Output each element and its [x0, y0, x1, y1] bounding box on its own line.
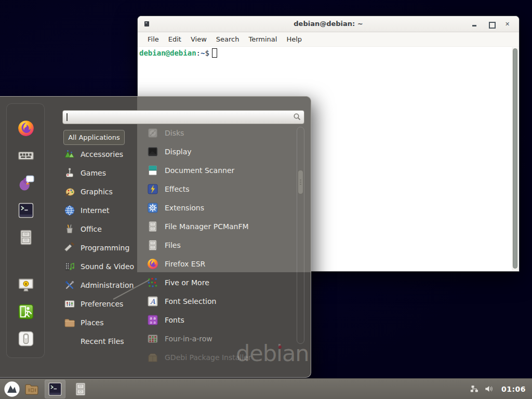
category-internet[interactable]: Internet	[63, 201, 141, 220]
document-scanner-icon	[147, 164, 159, 177]
taskbar: 01:06	[0, 378, 532, 399]
category-preferences[interactable]: Preferences	[63, 295, 141, 313]
terminal-titlebar[interactable]: debian@debian: ~	[138, 16, 519, 32]
terminal-menubar: File Edit View Search Terminal Help	[138, 32, 519, 47]
apps-scrollbar[interactable]	[297, 127, 304, 344]
category-recent-files[interactable]: Recent Files	[63, 332, 141, 351]
terminal-icon[interactable]	[17, 202, 35, 219]
scrollbar-grip	[300, 180, 301, 185]
effects-icon	[147, 183, 159, 195]
app-item-pcmanfm[interactable]: File Manager PCManFM	[147, 217, 291, 236]
internet-icon	[63, 204, 76, 217]
gdebi-icon	[147, 351, 159, 364]
terminal-title: debian@debian: ~	[138, 20, 519, 28]
category-office[interactable]: Office	[63, 220, 141, 238]
application-list: Disks Display Document Scanner Effects E…	[147, 124, 291, 367]
extensions-icon	[147, 202, 159, 214]
maximize-button[interactable]	[486, 16, 497, 32]
sound-video-icon	[63, 260, 76, 273]
category-graphics[interactable]: Graphics	[63, 182, 141, 201]
accessories-icon	[63, 148, 76, 161]
places-icon	[63, 316, 76, 329]
folder-shortcut[interactable]	[24, 380, 39, 398]
pcmanfm-icon	[147, 220, 159, 233]
app-item-effects[interactable]: Effects	[147, 180, 291, 198]
category-places[interactable]: Places	[63, 313, 141, 332]
preferences-icon	[63, 298, 76, 310]
file-manager-icon[interactable]	[17, 229, 35, 246]
app-item-font-selection[interactable]: A Font Selection	[147, 292, 291, 311]
category-list: Accessories Games Graphics Internet Offi…	[63, 145, 141, 351]
taskbar-file-manager[interactable]	[73, 380, 88, 398]
search-icon	[293, 113, 301, 121]
minimize-button[interactable]	[469, 16, 481, 32]
firefox-icon[interactable]	[17, 119, 35, 137]
search-box	[62, 110, 304, 124]
svg-text:A: A	[150, 298, 155, 305]
menu-terminal[interactable]: Terminal	[244, 33, 282, 45]
pidgin-icon[interactable]	[17, 174, 35, 192]
four-in-a-row-icon	[147, 332, 159, 345]
menu-file[interactable]: File	[143, 33, 164, 45]
display-icon	[147, 145, 159, 158]
office-icon	[63, 223, 76, 235]
category-games[interactable]: Games	[63, 164, 141, 182]
font-selection-icon: A	[147, 295, 159, 308]
app-item-firefox-esr[interactable]: Firefox ESR	[147, 255, 291, 273]
application-menu: debian All Applications Accessories Game…	[0, 96, 311, 378]
files-icon	[147, 239, 159, 251]
category-sound-video[interactable]: Sound & Video	[63, 257, 141, 276]
taskbar-terminal-active[interactable]	[45, 380, 65, 398]
category-accessories[interactable]: Accessories	[63, 145, 141, 164]
app-item-five-or-more[interactable]: Five or More	[147, 273, 291, 292]
taskbar-file-manager-icon	[73, 381, 88, 397]
games-icon	[63, 167, 76, 179]
menu-edit[interactable]: Edit	[164, 33, 186, 45]
shell-prompt: debian@debian:~$	[139, 48, 217, 58]
shutdown-icon[interactable]	[17, 330, 35, 348]
app-item-extensions[interactable]: Extensions	[147, 198, 291, 217]
menu-search[interactable]: Search	[211, 33, 244, 45]
keyboard-icon[interactable]	[17, 147, 35, 164]
text-caret	[66, 113, 68, 121]
favorites-sidebar	[6, 103, 45, 358]
menu-view[interactable]: View	[186, 33, 211, 45]
administration-icon	[63, 279, 76, 291]
prompt-separator: :	[196, 49, 201, 57]
programming-icon	[63, 242, 76, 254]
search-input[interactable]	[62, 110, 304, 124]
prompt-user-host: debian@debian	[139, 49, 196, 57]
lock-screen-icon[interactable]	[17, 276, 35, 294]
app-item-document-scanner[interactable]: Document Scanner	[147, 161, 291, 180]
category-programming[interactable]: Programming	[63, 238, 141, 257]
close-button[interactable]	[502, 16, 514, 32]
svg-text:a a: a a	[150, 320, 156, 325]
logout-icon[interactable]	[17, 303, 35, 321]
network-icon[interactable]	[470, 384, 479, 393]
graphics-icon	[63, 185, 76, 198]
menu-button[interactable]	[3, 380, 21, 398]
menu-help[interactable]: Help	[282, 33, 307, 45]
disks-icon	[147, 127, 159, 139]
app-item-files[interactable]: Files	[147, 236, 291, 255]
category-administration[interactable]: Administration	[63, 276, 141, 295]
prompt-symbol: $	[205, 49, 209, 57]
terminal-scrollbar[interactable]	[512, 47, 518, 271]
terminal-cursor	[212, 48, 217, 58]
folder-icon	[24, 381, 39, 397]
clock[interactable]: 01:06	[501, 385, 526, 393]
filter-all-applications[interactable]: All Applications	[63, 130, 125, 145]
app-item-display[interactable]: Display	[147, 142, 291, 161]
volume-icon[interactable]	[484, 384, 494, 394]
app-item-disks[interactable]: Disks	[147, 124, 291, 142]
app-item-fonts[interactable]: a aa a Fonts	[147, 311, 291, 329]
fonts-icon: a aa a	[147, 314, 159, 326]
app-item-four-in-a-row[interactable]: Four-in-a-row	[147, 329, 291, 348]
apps-scrollbar-thumb[interactable]	[298, 170, 303, 194]
terminal-scrollbar-thumb[interactable]	[513, 48, 517, 269]
app-item-gdebi[interactable]: GDebi Package Installer	[147, 348, 291, 367]
taskbar-terminal-icon	[47, 381, 63, 397]
five-or-more-icon	[147, 276, 159, 289]
firefox-esr-icon	[147, 258, 159, 270]
menu-logo-icon	[3, 380, 21, 398]
